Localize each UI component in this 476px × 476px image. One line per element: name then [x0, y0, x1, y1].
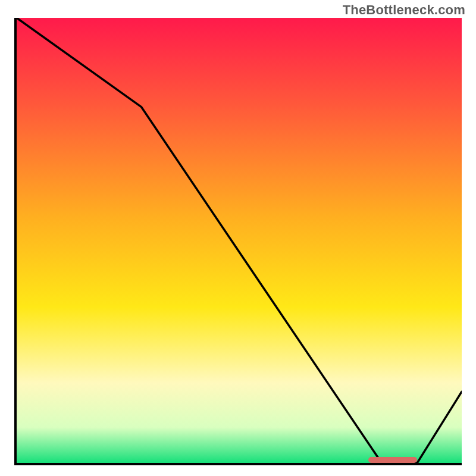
watermark-text: TheBottleneck.com — [343, 2, 465, 18]
axes-frame — [14, 18, 462, 465]
chart-canvas: TheBottleneck.com — [0, 0, 476, 476]
optimal-range-marker — [368, 457, 417, 463]
